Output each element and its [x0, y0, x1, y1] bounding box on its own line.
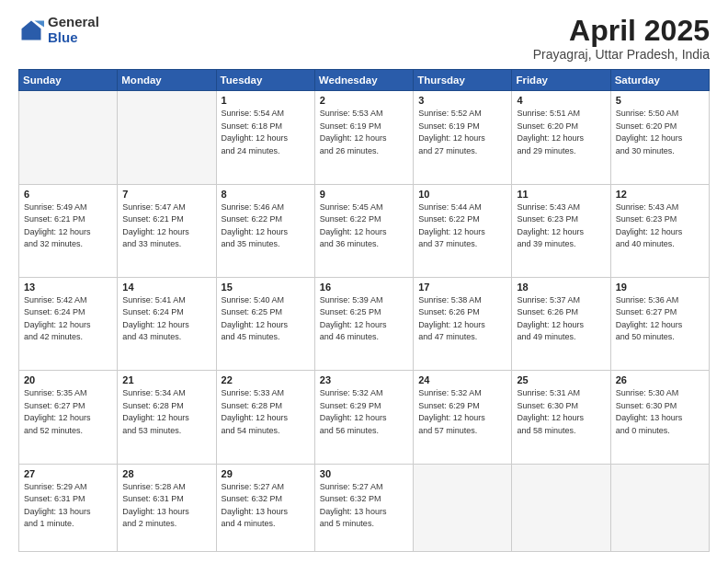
- day-info: Sunrise: 5:41 AM Sunset: 6:24 PM Dayligh…: [122, 294, 210, 344]
- day-info: Sunrise: 5:45 AM Sunset: 6:22 PM Dayligh…: [320, 201, 408, 251]
- day-info: Sunrise: 5:54 AM Sunset: 6:18 PM Dayligh…: [222, 108, 310, 157]
- calendar-cell: [19, 91, 118, 184]
- day-number: 2: [320, 95, 408, 106]
- calendar-cell: 22Sunrise: 5:33 AM Sunset: 6:28 PM Dayli…: [216, 371, 314, 464]
- day-number: 18: [517, 282, 605, 293]
- calendar-cell: 18Sunrise: 5:37 AM Sunset: 6:26 PM Dayli…: [512, 277, 610, 370]
- header: General Blue April 2025 Prayagraj, Uttar…: [18, 15, 710, 62]
- day-number: 22: [222, 374, 310, 385]
- calendar-cell: [118, 91, 216, 184]
- day-info: Sunrise: 5:27 AM Sunset: 6:32 PM Dayligh…: [222, 481, 310, 531]
- week-row-4: 20Sunrise: 5:35 AM Sunset: 6:27 PM Dayli…: [19, 371, 710, 464]
- day-number: 3: [418, 95, 506, 106]
- calendar-cell: 14Sunrise: 5:41 AM Sunset: 6:24 PM Dayli…: [118, 277, 216, 370]
- page: General Blue April 2025 Prayagraj, Uttar…: [0, 0, 728, 563]
- logo: General Blue: [18, 15, 99, 45]
- calendar-cell: [610, 464, 709, 551]
- day-number: 15: [222, 282, 310, 293]
- calendar-cell: [414, 464, 512, 551]
- day-number: 27: [24, 468, 112, 479]
- calendar-cell: 27Sunrise: 5:29 AM Sunset: 6:31 PM Dayli…: [19, 464, 118, 551]
- calendar-cell: 17Sunrise: 5:38 AM Sunset: 6:26 PM Dayli…: [414, 277, 512, 370]
- day-info: Sunrise: 5:27 AM Sunset: 6:32 PM Dayligh…: [320, 481, 408, 531]
- calendar-cell: 1Sunrise: 5:54 AM Sunset: 6:18 PM Daylig…: [216, 91, 314, 184]
- day-info: Sunrise: 5:36 AM Sunset: 6:27 PM Dayligh…: [616, 294, 704, 344]
- calendar-cell: 12Sunrise: 5:43 AM Sunset: 6:23 PM Dayli…: [610, 184, 709, 277]
- calendar-cell: 23Sunrise: 5:32 AM Sunset: 6:29 PM Dayli…: [314, 371, 413, 464]
- calendar-cell: 29Sunrise: 5:27 AM Sunset: 6:32 PM Dayli…: [216, 464, 314, 551]
- logo-blue-text: Blue: [48, 30, 99, 46]
- day-number: 4: [517, 95, 605, 106]
- day-number: 29: [222, 468, 310, 479]
- day-info: Sunrise: 5:30 AM Sunset: 6:30 PM Dayligh…: [616, 387, 704, 437]
- calendar-cell: 7Sunrise: 5:47 AM Sunset: 6:21 PM Daylig…: [118, 184, 216, 277]
- calendar-cell: 26Sunrise: 5:30 AM Sunset: 6:30 PM Dayli…: [610, 371, 709, 464]
- week-row-5: 27Sunrise: 5:29 AM Sunset: 6:31 PM Dayli…: [19, 464, 710, 551]
- day-number: 13: [24, 282, 112, 293]
- day-info: Sunrise: 5:29 AM Sunset: 6:31 PM Dayligh…: [24, 481, 112, 531]
- day-number: 16: [320, 282, 408, 293]
- day-info: Sunrise: 5:43 AM Sunset: 6:23 PM Dayligh…: [517, 201, 605, 251]
- day-number: 9: [320, 189, 408, 200]
- calendar-cell: 2Sunrise: 5:53 AM Sunset: 6:19 PM Daylig…: [314, 91, 413, 184]
- day-info: Sunrise: 5:43 AM Sunset: 6:23 PM Dayligh…: [616, 201, 704, 251]
- week-row-3: 13Sunrise: 5:42 AM Sunset: 6:24 PM Dayli…: [19, 277, 710, 370]
- day-number: 17: [418, 282, 506, 293]
- calendar-cell: [512, 464, 610, 551]
- calendar-cell: 6Sunrise: 5:49 AM Sunset: 6:21 PM Daylig…: [19, 184, 118, 277]
- day-number: 6: [24, 189, 112, 200]
- calendar-cell: 10Sunrise: 5:44 AM Sunset: 6:22 PM Dayli…: [414, 184, 512, 277]
- weekday-header-row: SundayMondayTuesdayWednesdayThursdayFrid…: [19, 70, 710, 91]
- day-number: 11: [517, 189, 605, 200]
- weekday-header-wednesday: Wednesday: [314, 70, 413, 91]
- weekday-header-tuesday: Tuesday: [216, 70, 314, 91]
- logo-icon: [18, 17, 44, 43]
- day-info: Sunrise: 5:42 AM Sunset: 6:24 PM Dayligh…: [24, 294, 112, 344]
- day-number: 5: [616, 95, 704, 106]
- calendar-cell: 25Sunrise: 5:31 AM Sunset: 6:30 PM Dayli…: [512, 371, 610, 464]
- day-info: Sunrise: 5:50 AM Sunset: 6:20 PM Dayligh…: [616, 108, 704, 157]
- calendar-cell: 4Sunrise: 5:51 AM Sunset: 6:20 PM Daylig…: [512, 91, 610, 184]
- calendar-cell: 15Sunrise: 5:40 AM Sunset: 6:25 PM Dayli…: [216, 277, 314, 370]
- location: Prayagraj, Uttar Pradesh, India: [533, 47, 710, 62]
- day-info: Sunrise: 5:53 AM Sunset: 6:19 PM Dayligh…: [320, 108, 408, 157]
- calendar-cell: 3Sunrise: 5:52 AM Sunset: 6:19 PM Daylig…: [414, 91, 512, 184]
- logo-text: General Blue: [48, 15, 99, 45]
- day-info: Sunrise: 5:49 AM Sunset: 6:21 PM Dayligh…: [24, 201, 112, 251]
- week-row-2: 6Sunrise: 5:49 AM Sunset: 6:21 PM Daylig…: [19, 184, 710, 277]
- calendar-cell: 8Sunrise: 5:46 AM Sunset: 6:22 PM Daylig…: [216, 184, 314, 277]
- title-block: April 2025 Prayagraj, Uttar Pradesh, Ind…: [533, 15, 710, 62]
- calendar-table: SundayMondayTuesdayWednesdayThursdayFrid…: [18, 69, 710, 552]
- day-info: Sunrise: 5:39 AM Sunset: 6:25 PM Dayligh…: [320, 294, 408, 344]
- day-info: Sunrise: 5:38 AM Sunset: 6:26 PM Dayligh…: [418, 294, 506, 344]
- day-info: Sunrise: 5:32 AM Sunset: 6:29 PM Dayligh…: [418, 387, 506, 437]
- day-number: 10: [418, 189, 506, 200]
- calendar-cell: 16Sunrise: 5:39 AM Sunset: 6:25 PM Dayli…: [314, 277, 413, 370]
- day-number: 25: [517, 374, 605, 385]
- day-number: 30: [320, 468, 408, 479]
- calendar-cell: 9Sunrise: 5:45 AM Sunset: 6:22 PM Daylig…: [314, 184, 413, 277]
- day-info: Sunrise: 5:31 AM Sunset: 6:30 PM Dayligh…: [517, 387, 605, 437]
- day-info: Sunrise: 5:52 AM Sunset: 6:19 PM Dayligh…: [418, 108, 506, 157]
- day-info: Sunrise: 5:28 AM Sunset: 6:31 PM Dayligh…: [122, 481, 210, 531]
- day-number: 26: [616, 374, 704, 385]
- weekday-header-thursday: Thursday: [414, 70, 512, 91]
- day-number: 28: [122, 468, 210, 479]
- week-row-1: 1Sunrise: 5:54 AM Sunset: 6:18 PM Daylig…: [19, 91, 710, 184]
- calendar-cell: 28Sunrise: 5:28 AM Sunset: 6:31 PM Dayli…: [118, 464, 216, 551]
- calendar-cell: 24Sunrise: 5:32 AM Sunset: 6:29 PM Dayli…: [414, 371, 512, 464]
- day-number: 21: [122, 374, 210, 385]
- day-info: Sunrise: 5:37 AM Sunset: 6:26 PM Dayligh…: [517, 294, 605, 344]
- month-title: April 2025: [533, 15, 710, 47]
- day-number: 23: [320, 374, 408, 385]
- day-info: Sunrise: 5:47 AM Sunset: 6:21 PM Dayligh…: [122, 201, 210, 251]
- weekday-header-saturday: Saturday: [610, 70, 709, 91]
- day-number: 7: [122, 189, 210, 200]
- day-number: 20: [24, 374, 112, 385]
- day-info: Sunrise: 5:35 AM Sunset: 6:27 PM Dayligh…: [24, 387, 112, 437]
- day-info: Sunrise: 5:33 AM Sunset: 6:28 PM Dayligh…: [222, 387, 310, 437]
- day-info: Sunrise: 5:46 AM Sunset: 6:22 PM Dayligh…: [222, 201, 310, 251]
- day-number: 19: [616, 282, 704, 293]
- day-number: 1: [222, 95, 310, 106]
- day-number: 14: [122, 282, 210, 293]
